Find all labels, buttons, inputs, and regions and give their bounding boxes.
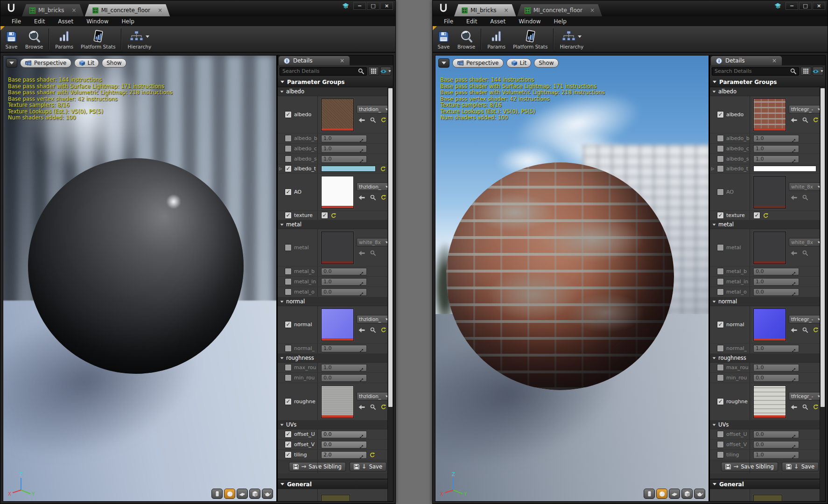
reset-button[interactable] bbox=[763, 213, 769, 218]
number-field[interactable]: 1.0 bbox=[321, 278, 367, 286]
number-field[interactable]: 1.0 bbox=[753, 278, 799, 286]
texture-thumbnail[interactable] bbox=[321, 176, 354, 209]
reset-button[interactable] bbox=[813, 117, 819, 124]
number-field[interactable]: 1.0 bbox=[321, 364, 367, 371]
shape-button-cube[interactable] bbox=[249, 489, 260, 499]
menu-item-help[interactable]: Help bbox=[547, 17, 573, 26]
save-child-button[interactable]: ↓Save bbox=[350, 462, 386, 471]
param-checkbox[interactable] bbox=[285, 145, 292, 152]
browse-to-asset-button[interactable] bbox=[802, 327, 808, 334]
search-input[interactable] bbox=[282, 68, 356, 74]
use-selected-button[interactable] bbox=[791, 118, 797, 124]
param-checkbox[interactable] bbox=[285, 374, 292, 381]
number-field[interactable]: 0.0 bbox=[753, 374, 799, 382]
browse-to-asset-button[interactable] bbox=[802, 195, 808, 202]
number-field[interactable]: 1.0 bbox=[753, 451, 799, 459]
browse-button[interactable]: Browse bbox=[454, 28, 479, 50]
use-selected-button[interactable] bbox=[358, 195, 365, 202]
number-field[interactable]: 0.0 bbox=[753, 288, 799, 296]
tab-close-icon[interactable]: × bbox=[504, 7, 509, 14]
number-field[interactable]: 1.0 bbox=[321, 145, 367, 153]
show-button[interactable]: Show bbox=[102, 58, 126, 68]
number-field[interactable]: 2.0 bbox=[321, 451, 367, 459]
param-checkbox[interactable] bbox=[717, 374, 724, 381]
use-selected-button[interactable] bbox=[358, 405, 365, 411]
reset-button[interactable] bbox=[813, 327, 819, 334]
menu-item-edit[interactable]: Edit bbox=[28, 17, 51, 26]
param-group-UVs[interactable]: UVs bbox=[278, 420, 387, 429]
viewport-bricks[interactable]: PerspectiveLitShowBase pass shader: 144 … bbox=[435, 55, 709, 502]
shape-button-sphere[interactable] bbox=[224, 489, 235, 499]
tab-mi_bricks[interactable]: MI_bricks× bbox=[22, 4, 84, 16]
visibility-filter-button[interactable] bbox=[813, 67, 823, 76]
view-options-grid-button[interactable] bbox=[368, 67, 379, 76]
tab-close-icon[interactable]: × bbox=[72, 7, 77, 14]
browse-to-asset-button[interactable] bbox=[802, 404, 808, 411]
menu-item-asset[interactable]: Asset bbox=[51, 17, 80, 26]
viewport-options-dropdown[interactable] bbox=[438, 58, 449, 68]
use-selected-button[interactable] bbox=[791, 195, 797, 202]
param-checkbox[interactable] bbox=[717, 155, 724, 162]
param-checkbox[interactable]: ✓ bbox=[717, 321, 724, 328]
number-field[interactable]: 0.0 bbox=[321, 431, 367, 438]
expander-icon[interactable]: ▷ bbox=[279, 167, 282, 171]
general-section-header[interactable]: General bbox=[278, 479, 387, 489]
shape-button-cylinder[interactable] bbox=[211, 489, 223, 499]
param-checkbox[interactable]: ✓ bbox=[285, 398, 292, 405]
texture-asset-dropdown[interactable]: white_8x bbox=[789, 182, 823, 191]
browse-to-asset-button[interactable] bbox=[802, 250, 808, 257]
shape-button-sphere[interactable] bbox=[656, 489, 667, 499]
texture-thumbnail[interactable] bbox=[753, 385, 786, 418]
shape-button-teapot[interactable] bbox=[262, 489, 273, 499]
browse-button[interactable]: Browse bbox=[21, 28, 47, 50]
param-group-metal[interactable]: metal bbox=[710, 220, 820, 229]
number-field[interactable]: 1.0 bbox=[321, 135, 367, 142]
browse-to-asset-button[interactable] bbox=[370, 117, 376, 124]
browse-to-asset-button[interactable] bbox=[370, 195, 376, 202]
hierarchy-button[interactable]: Hierarchy bbox=[556, 28, 587, 50]
texture-asset-dropdown[interactable]: thzldion_ bbox=[357, 392, 391, 400]
menu-item-window[interactable]: Window bbox=[512, 17, 547, 26]
viewport-options-dropdown[interactable] bbox=[6, 58, 17, 68]
param-checkbox[interactable] bbox=[717, 135, 724, 142]
param-checkbox[interactable] bbox=[717, 278, 724, 285]
number-field[interactable]: 1.0 bbox=[753, 135, 799, 142]
reset-button[interactable] bbox=[381, 327, 386, 334]
param-checkbox[interactable]: ✓ bbox=[285, 189, 292, 196]
texture-asset-dropdown[interactable]: tfrlcegr_- bbox=[789, 105, 823, 113]
lit-mode-button[interactable]: Lit bbox=[74, 58, 99, 68]
param-group-normal[interactable]: normal bbox=[278, 297, 387, 306]
param-group-UVs[interactable]: UVs bbox=[710, 420, 820, 429]
params-button[interactable]: Params bbox=[484, 28, 509, 50]
number-field[interactable]: 0.0 bbox=[321, 268, 367, 275]
shape-button-teapot[interactable] bbox=[694, 489, 705, 499]
save-button[interactable]: Save bbox=[434, 28, 454, 50]
param-checkbox[interactable] bbox=[285, 268, 292, 275]
visibility-filter-button[interactable] bbox=[380, 67, 391, 76]
param-group-metal[interactable]: metal bbox=[278, 220, 387, 229]
value-checkbox[interactable]: ✓ bbox=[753, 212, 760, 219]
texture-thumbnail[interactable] bbox=[321, 308, 354, 341]
details-tab[interactable]: iDetails× bbox=[279, 56, 350, 65]
number-field[interactable]: 1.0 bbox=[321, 155, 367, 163]
menu-item-window[interactable]: Window bbox=[80, 17, 115, 26]
perspective-button[interactable]: Perspective bbox=[452, 58, 504, 68]
tab-close-icon[interactable]: × bbox=[590, 7, 595, 14]
use-selected-button[interactable] bbox=[358, 118, 365, 124]
param-group-albedo[interactable]: albedo bbox=[278, 87, 387, 96]
tab-mi_bricks[interactable]: MI_bricks× bbox=[454, 4, 516, 16]
texture-asset-dropdown[interactable]: tfrlcegr_- bbox=[789, 315, 823, 323]
texture-thumbnail[interactable] bbox=[753, 176, 786, 209]
minimize-button[interactable]: − bbox=[353, 2, 366, 10]
param-checkbox[interactable]: ✓ bbox=[285, 212, 292, 219]
param-group-normal[interactable]: normal bbox=[710, 297, 820, 306]
reset-button[interactable] bbox=[370, 452, 375, 458]
param-checkbox[interactable] bbox=[717, 268, 724, 275]
param-checkbox[interactable]: ✓ bbox=[285, 431, 292, 438]
tab-mi_concrete_floor[interactable]: MI_concrete_floor× bbox=[85, 4, 170, 16]
param-checkbox[interactable]: ✓ bbox=[717, 398, 724, 405]
param-checkbox[interactable] bbox=[285, 244, 292, 251]
expander-icon[interactable]: ▷ bbox=[711, 167, 714, 171]
param-checkbox[interactable] bbox=[285, 345, 292, 352]
param-checkbox[interactable] bbox=[717, 441, 724, 448]
